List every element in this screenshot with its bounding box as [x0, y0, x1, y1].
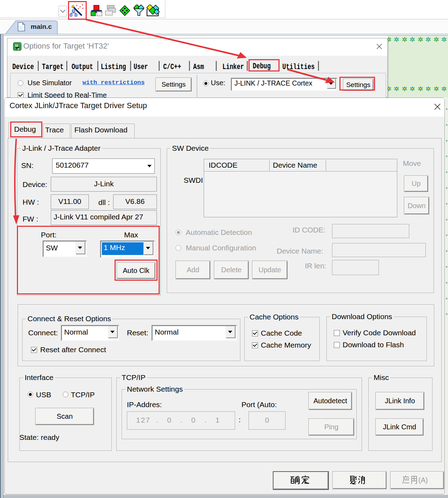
svg-text:(A): (A): [418, 476, 428, 484]
